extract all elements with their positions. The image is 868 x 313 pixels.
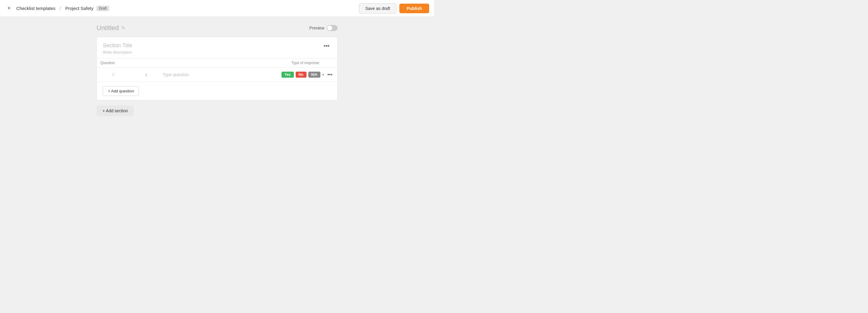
preview-label: Preview [309,26,324,30]
publish-button[interactable]: Publish [399,4,429,13]
header-actions: Save as draft Publish [359,3,429,13]
row-menu-button[interactable]: ••• [326,71,334,78]
question-table: Question Type of response ⠿ 1 Type quest… [97,58,337,82]
breadcrumb-templates[interactable]: Checklist templates [16,6,56,11]
breadcrumb-project: Project Safety [65,6,93,11]
section-header: Section Title Write description ••• [97,37,337,58]
edit-title-icon[interactable]: ✎ [121,25,125,31]
main-content: Untitled ✎ Preview Section Title Write d… [0,17,434,156]
question-row: ⠿ 1 Type question Yes No N/A ▾ ••• [97,68,337,82]
badge-yes: Yes [281,72,294,78]
preview-row: Preview [309,25,338,31]
header: × Checklist templates / Project Safety D… [0,0,434,17]
col-response: Type of response [265,58,337,68]
section-card: Section Title Write description ••• Ques… [96,37,338,101]
save-draft-button[interactable]: Save as draft [359,3,397,13]
drag-handle[interactable]: ⠿ [97,68,130,82]
section-title-area: Section Title Write description [103,42,132,55]
badge-na: N/A [308,72,321,78]
close-button[interactable]: × [5,4,13,13]
question-placeholder: Type question [162,72,189,77]
draft-badge: Draft [96,6,109,11]
table-header-row: Question Type of response [97,58,337,68]
row-number: 1 [130,68,162,82]
add-question-button[interactable]: + Add question [103,86,139,96]
header-left: × Checklist templates / Project Safety D… [5,4,359,13]
add-section-button[interactable]: + Add section [96,105,134,116]
preview-toggle[interactable] [327,25,338,31]
page-title-area: Untitled ✎ [96,24,125,32]
col-question: Question [97,58,265,68]
page-title-row: Untitled ✎ Preview [96,24,338,32]
section-title[interactable]: Section Title [103,42,132,49]
section-description[interactable]: Write description [103,50,132,55]
breadcrumb-divider: / [60,6,61,11]
section-menu-button[interactable]: ••• [322,42,331,50]
page-title[interactable]: Untitled [96,24,119,32]
response-cell: Yes No N/A ▾ ••• [265,68,337,82]
response-chevron[interactable]: ▾ [322,72,324,77]
add-question-row: + Add question [97,82,337,100]
question-input-cell[interactable]: Type question [162,68,265,82]
badge-no: No [296,72,307,78]
